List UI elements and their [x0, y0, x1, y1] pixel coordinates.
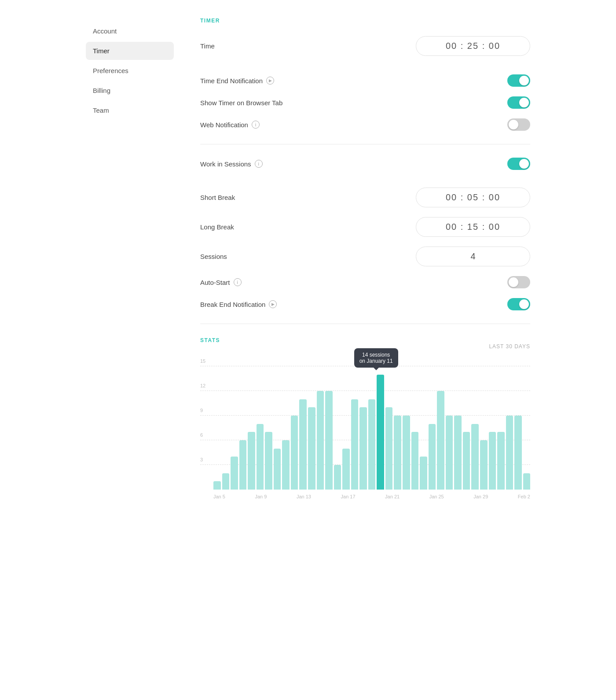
chart-bar[interactable]: [308, 407, 315, 490]
chart-bar[interactable]: [359, 407, 367, 490]
chart-bar[interactable]: [317, 391, 324, 490]
work-in-sessions-toggle[interactable]: [507, 158, 530, 170]
chart-bar[interactable]: [514, 416, 522, 490]
time-end-notification-row: Time End Notification ▶: [200, 74, 530, 87]
sessions-row: Sessions: [200, 247, 530, 266]
chart-bar[interactable]: [291, 416, 298, 490]
show-timer-row: Show Timer on Browser Tab: [200, 96, 530, 109]
x-axis-label: Jan 13: [297, 494, 311, 499]
auto-start-info-icon[interactable]: i: [234, 278, 242, 286]
chart-area: 369121514 sessionson January 11: [200, 366, 530, 490]
grid-label: 9: [200, 408, 203, 413]
x-axis-label: Jan 17: [341, 494, 356, 499]
time-end-notification-label: Time End Notification ▶: [200, 77, 274, 85]
sidebar-item-account[interactable]: Account: [86, 22, 174, 40]
auto-start-toggle[interactable]: [507, 276, 530, 288]
chart-bar[interactable]: [222, 473, 230, 490]
web-notification-toggle[interactable]: [507, 118, 530, 131]
show-timer-label: Show Timer on Browser Tab: [200, 99, 282, 107]
long-break-row: Long Break: [200, 217, 530, 237]
chart-bar[interactable]: [248, 432, 255, 490]
chart-bar[interactable]: [420, 457, 427, 490]
work-in-sessions-label: Work in Sessions i: [200, 160, 263, 168]
short-break-input[interactable]: [416, 188, 530, 207]
sidebar-item-team[interactable]: Team: [86, 101, 174, 119]
long-break-label: Long Break: [200, 223, 234, 231]
chart-bar[interactable]: [463, 432, 470, 490]
web-notification-label: Web Notification i: [200, 121, 260, 129]
break-end-play-icon[interactable]: ▶: [269, 300, 277, 308]
break-end-toggle[interactable]: [507, 298, 530, 310]
chart-bar[interactable]: [377, 375, 384, 490]
show-timer-toggle[interactable]: [507, 96, 530, 109]
chart-bar[interactable]: [274, 449, 281, 490]
chart-bar[interactable]: [429, 424, 436, 490]
x-axis-label: Jan 9: [255, 494, 267, 499]
chart-bar[interactable]: [394, 416, 401, 490]
x-axis-label: Jan 5: [213, 494, 225, 499]
grid-label: 3: [200, 457, 203, 462]
chart-bar[interactable]: [385, 407, 393, 490]
x-axis-label: Jan 25: [429, 494, 444, 499]
divider-2: [200, 324, 530, 324]
time-label: Time: [200, 42, 215, 50]
break-end-notification-label: Break End Notification ▶: [200, 300, 277, 308]
sidebar-item-preferences[interactable]: Preferences: [86, 62, 174, 80]
chart-bar[interactable]: [351, 399, 359, 490]
sessions-input[interactable]: [416, 247, 530, 266]
section-title: TIMER: [200, 18, 530, 24]
chart-x-axis: Jan 5Jan 9Jan 13Jan 17Jan 21Jan 25Jan 29…: [213, 494, 530, 499]
chart-bar[interactable]: [342, 449, 350, 490]
chart-bar[interactable]: [497, 432, 505, 490]
chart-bar[interactable]: [523, 473, 531, 490]
tooltip-date: on January 11: [359, 358, 393, 364]
x-axis-label: Feb 2: [518, 494, 530, 499]
sessions-label: Sessions: [200, 253, 227, 260]
time-input[interactable]: 00 : 25 : 00: [416, 36, 530, 56]
auto-start-label: Auto-Start i: [200, 278, 242, 286]
stats-header: STATS LAST 30 DAYS: [200, 337, 530, 356]
grid-label: 12: [200, 383, 205, 388]
chart-bar[interactable]: [265, 432, 272, 490]
chart-bar[interactable]: [480, 440, 488, 490]
main-content: TIMER Time 00 : 25 : 00 Time End Notific…: [174, 18, 530, 499]
grid-label: 6: [200, 432, 203, 438]
grid-label: 15: [200, 358, 205, 364]
chart-bar[interactable]: [368, 399, 376, 490]
short-break-label: Short Break: [200, 194, 235, 201]
chart-bar[interactable]: [325, 391, 333, 490]
chart-bar[interactable]: [257, 424, 264, 490]
chart-bar[interactable]: [282, 440, 290, 490]
chart-bar[interactable]: [239, 440, 247, 490]
chart-bar[interactable]: [489, 432, 496, 490]
chart-bar[interactable]: [403, 416, 410, 490]
web-notification-info-icon[interactable]: i: [252, 121, 260, 129]
chart-bar[interactable]: [446, 416, 453, 490]
short-break-row: Short Break: [200, 188, 530, 207]
long-break-input[interactable]: [416, 217, 530, 237]
stats-period: LAST 30 DAYS: [489, 343, 530, 350]
stats-title: STATS: [200, 337, 220, 343]
chart-bar[interactable]: [411, 432, 419, 490]
chart-bar[interactable]: [437, 391, 444, 490]
break-end-notification-row: Break End Notification ▶: [200, 298, 530, 310]
time-end-toggle[interactable]: [507, 74, 530, 87]
work-in-sessions-info-icon[interactable]: i: [255, 160, 263, 168]
chart-bar[interactable]: [506, 416, 513, 490]
auto-start-row: Auto-Start i: [200, 276, 530, 288]
sidebar-item-billing[interactable]: Billing: [86, 81, 174, 99]
chart-bar[interactable]: [471, 424, 479, 490]
x-axis-label: Jan 21: [385, 494, 400, 499]
bars-container: [213, 366, 530, 490]
time-end-play-icon[interactable]: ▶: [266, 77, 274, 85]
chart-bar[interactable]: [454, 416, 462, 490]
chart-bar[interactable]: [299, 399, 307, 490]
sidebar-item-timer[interactable]: Timer: [86, 42, 174, 60]
chart-bar[interactable]: [231, 457, 238, 490]
chart-bar[interactable]: [334, 465, 341, 490]
work-in-sessions-row: Work in Sessions i: [200, 158, 530, 170]
web-notification-row: Web Notification i: [200, 118, 530, 131]
divider-1: [200, 144, 530, 144]
time-row: Time 00 : 25 : 00: [200, 36, 530, 56]
chart-bar[interactable]: [213, 481, 221, 490]
